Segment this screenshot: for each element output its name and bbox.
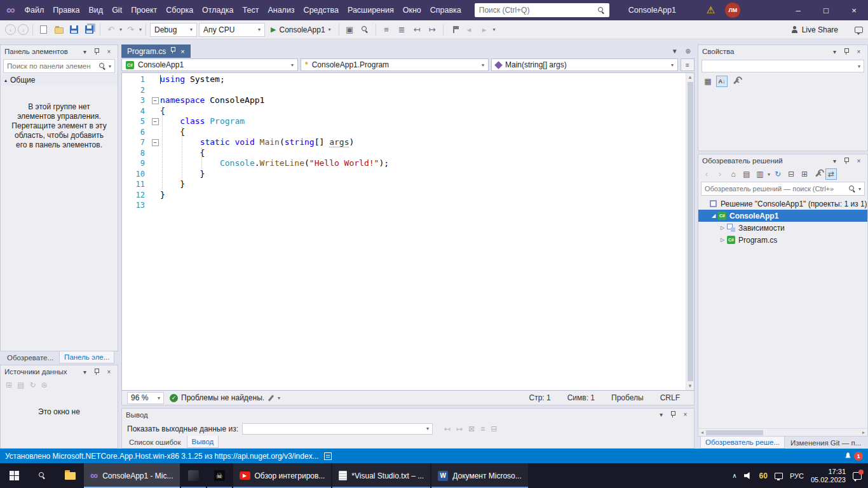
line-number[interactable]: 5 bbox=[122, 116, 150, 127]
line-ending-indicator[interactable]: CRLF bbox=[660, 393, 680, 402]
back-icon[interactable]: ‹ bbox=[701, 168, 712, 180]
properties-object-combo[interactable]: ▾ bbox=[702, 60, 864, 72]
line-number[interactable]: 1 bbox=[122, 74, 150, 85]
decrease-indent-icon[interactable]: ↤ bbox=[410, 23, 424, 37]
split-window-button[interactable]: ≡ bbox=[681, 58, 695, 71]
add-data-source-icon[interactable]: ⊞ bbox=[6, 381, 12, 390]
menu-item[interactable]: Окно bbox=[398, 0, 426, 20]
menu-item[interactable]: Вид bbox=[85, 0, 108, 20]
pin-icon[interactable] bbox=[92, 367, 102, 377]
code-line[interactable]: 11 } bbox=[122, 179, 686, 190]
undo-icon[interactable]: ↶ bbox=[104, 23, 118, 37]
dock-tab[interactable]: Изменения Git — п... bbox=[786, 437, 865, 449]
tab-program-cs[interactable]: Program.cs × bbox=[121, 44, 191, 58]
code-line[interactable]: 4{ bbox=[122, 106, 686, 117]
dock-tab[interactable]: Обозреватель реше... bbox=[700, 437, 785, 449]
caret-char-indicator[interactable]: Симв: 1 bbox=[567, 393, 595, 402]
fold-collapse-toggle[interactable]: − bbox=[152, 118, 159, 125]
pin-icon[interactable] bbox=[842, 156, 851, 166]
scroll-left-icon[interactable]: ◂ bbox=[698, 430, 706, 435]
output-source-combo[interactable]: ▾ bbox=[242, 423, 433, 435]
code-line[interactable]: 10 } bbox=[122, 169, 686, 180]
show-all-files-icon[interactable]: ⊞ bbox=[799, 168, 810, 180]
scroll-right-icon[interactable]: ▸ bbox=[860, 430, 867, 435]
chevron-down-icon[interactable]: ▾ bbox=[656, 410, 666, 419]
alphabetical-sort-icon[interactable]: A↓ bbox=[716, 76, 728, 87]
chevron-down-icon[interactable]: ▾ bbox=[109, 64, 111, 69]
pending-changes-filter-icon[interactable]: ▥ bbox=[754, 168, 766, 180]
taskbar-search-button[interactable] bbox=[28, 463, 56, 488]
line-number[interactable]: 6 bbox=[122, 127, 150, 138]
collapse-all-icon[interactable]: ⊟ bbox=[785, 168, 797, 180]
taskbar-button-youtube[interactable]: ▶Обзор интегриров... bbox=[233, 463, 332, 488]
scroll-up-icon[interactable]: ▲ bbox=[688, 73, 693, 81]
toolbox-group-header[interactable]: ▴ Общие bbox=[1, 74, 118, 86]
chevron-down-icon[interactable]: ▾ bbox=[858, 186, 861, 192]
menu-item[interactable]: Тест bbox=[238, 0, 264, 20]
code-line[interactable]: 5− class Program bbox=[122, 116, 686, 127]
chevron-down-icon[interactable]: ▾ bbox=[80, 47, 90, 57]
clock[interactable]: 17:31 05.02.2023 bbox=[811, 468, 846, 484]
solution-horizontal-scrollbar[interactable]: ◂ ▸ bbox=[698, 428, 867, 436]
fold-collapse-toggle[interactable]: − bbox=[152, 97, 159, 104]
line-number[interactable]: 3 bbox=[122, 95, 150, 106]
scrollbar-thumb[interactable] bbox=[706, 430, 763, 435]
code-editor[interactable]: 1using System;23−namespace ConsoleApp14{… bbox=[121, 72, 695, 391]
clear-all-icon[interactable]: ⊠ bbox=[468, 424, 475, 433]
close-icon[interactable]: × bbox=[104, 367, 114, 377]
chevron-down-icon[interactable]: ▾ bbox=[830, 156, 839, 166]
sync-with-active-document-icon[interactable]: ⇄ bbox=[825, 168, 837, 180]
solution-search-input[interactable] bbox=[705, 185, 846, 193]
code-line[interactable]: 12} bbox=[122, 190, 686, 201]
undo-dropdown-icon[interactable]: ▾ bbox=[119, 27, 122, 32]
volume-icon[interactable] bbox=[744, 472, 752, 479]
find-in-files-icon[interactable] bbox=[358, 23, 372, 37]
menu-item[interactable]: Отладка bbox=[198, 0, 238, 20]
code-line[interactable]: 8 { bbox=[122, 148, 686, 159]
pin-icon[interactable] bbox=[170, 47, 176, 56]
start-debugging-button[interactable]: ▶ ConsoleApp1 ▾ bbox=[267, 23, 335, 37]
save-all-icon[interactable] bbox=[83, 23, 96, 37]
solution-search-box[interactable]: ▾ bbox=[701, 182, 865, 196]
line-number[interactable]: 2 bbox=[122, 85, 150, 96]
code-line[interactable]: 6 { bbox=[122, 127, 686, 138]
menu-item[interactable]: Git bbox=[107, 0, 126, 20]
navigate-back-icon[interactable]: ‹ bbox=[5, 24, 16, 35]
edit-data-source-icon[interactable]: ▤ bbox=[17, 381, 24, 390]
home-icon[interactable]: ⌂ bbox=[728, 168, 739, 180]
line-number[interactable]: 9 bbox=[122, 158, 150, 169]
find-message-icon[interactable]: ↤ bbox=[444, 424, 451, 433]
tree-collapsed-icon[interactable]: ▷ bbox=[719, 225, 726, 231]
code-line[interactable]: 1using System; bbox=[122, 74, 686, 85]
close-icon[interactable]: × bbox=[180, 48, 184, 55]
minimize-button[interactable]: – bbox=[784, 0, 812, 20]
document-options-gear-icon[interactable]: ⊛ bbox=[686, 48, 691, 55]
configuration-combo[interactable]: Debug ▾ bbox=[150, 23, 197, 37]
notifications-button[interactable]: 1 bbox=[844, 452, 863, 461]
line-number[interactable]: 10 bbox=[122, 169, 150, 180]
tree-expanded-icon[interactable]: ◢ bbox=[710, 213, 717, 219]
line-number[interactable]: 12 bbox=[122, 190, 150, 201]
switch-views-icon[interactable]: ▤ bbox=[741, 168, 752, 180]
tree-item[interactable]: ▷C#Program.cs bbox=[698, 234, 867, 246]
close-icon[interactable]: × bbox=[854, 47, 864, 57]
taskbar-button-game-skull[interactable]: ☠ bbox=[207, 463, 232, 488]
live-share-label[interactable]: Live Share bbox=[802, 25, 838, 34]
delete-output-icon[interactable]: ⊟ bbox=[491, 424, 497, 433]
categorized-view-icon[interactable]: ▦ bbox=[702, 76, 714, 87]
dock-tab[interactable]: Вывод bbox=[187, 436, 219, 448]
chevron-down-icon[interactable]: ▾ bbox=[830, 47, 839, 57]
user-avatar[interactable]: ЛМ bbox=[725, 3, 740, 18]
start-button[interactable] bbox=[0, 463, 28, 488]
fold-collapse-toggle[interactable]: − bbox=[152, 139, 159, 146]
refresh-data-source-icon[interactable]: ↻ bbox=[29, 381, 36, 390]
open-file-icon[interactable] bbox=[52, 23, 65, 37]
network-icon[interactable] bbox=[775, 473, 783, 479]
tree-collapsed-icon[interactable]: ▷ bbox=[719, 237, 726, 243]
pin-icon[interactable] bbox=[842, 47, 851, 57]
chevron-down-icon[interactable]: ▾ bbox=[80, 367, 90, 377]
project-dropdown[interactable]: C# ConsoleApp1 ▾ bbox=[121, 58, 298, 71]
battery-percent[interactable]: 60 bbox=[759, 471, 768, 480]
menu-item[interactable]: Правка bbox=[48, 0, 84, 20]
navigate-forward-icon[interactable]: › bbox=[18, 24, 29, 35]
